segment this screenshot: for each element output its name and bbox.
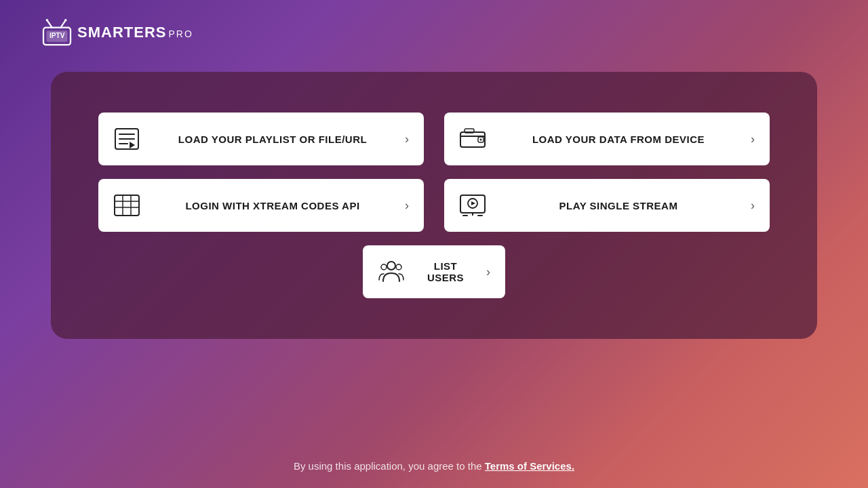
svg-point-27 (381, 264, 387, 270)
play-stream-button[interactable]: PLAY SINGLE STREAM › (444, 179, 770, 232)
list-users-label: LIST USERS (416, 260, 475, 283)
svg-line-0 (47, 20, 52, 28)
xtream-icon (113, 192, 140, 219)
load-playlist-chevron: › (405, 132, 409, 146)
login-xtream-label: LOGIN WITH XTREAM CODES API (151, 200, 394, 211)
login-xtream-chevron: › (405, 199, 409, 213)
list-users-chevron: › (486, 265, 490, 279)
play-stream-label: PLAY SINGLE STREAM (497, 200, 740, 211)
playlist-icon (113, 125, 140, 152)
load-device-button[interactable]: LOAD YOUR DATA FROM DEVICE › (444, 113, 770, 165)
svg-point-3 (64, 19, 67, 22)
svg-rect-17 (115, 195, 139, 216)
svg-point-26 (387, 262, 395, 270)
load-playlist-button[interactable]: LOAD YOUR PLAYLIST OR FILE/URL › (98, 113, 424, 165)
footer-text: By using this application, you agree to … (294, 460, 485, 472)
svg-point-14 (480, 139, 482, 141)
users-icon (378, 258, 405, 285)
svg-line-1 (60, 20, 65, 28)
svg-point-2 (46, 19, 49, 22)
device-icon (459, 125, 486, 152)
svg-marker-11 (130, 142, 135, 148)
button-row-1: LOAD YOUR PLAYLIST OR FILE/URL › LOAD YO… (98, 113, 770, 165)
load-device-label: LOAD YOUR DATA FROM DEVICE (497, 134, 740, 145)
svg-point-28 (396, 264, 401, 270)
login-xtream-button[interactable]: LOGIN WITH XTREAM CODES API › (98, 179, 424, 232)
list-users-button[interactable]: LIST USERS › (363, 245, 505, 298)
tv-logo-icon: IPTV (41, 19, 73, 46)
logo: IPTV SMARTERSPRO (41, 19, 193, 46)
play-stream-chevron: › (751, 199, 755, 213)
svg-marker-25 (471, 201, 475, 205)
load-playlist-label: LOAD YOUR PLAYLIST OR FILE/URL (151, 134, 394, 145)
terms-link[interactable]: Terms of Services. (485, 460, 574, 472)
svg-text:IPTV: IPTV (50, 32, 65, 39)
header: IPTV SMARTERSPRO (0, 0, 868, 65)
button-row-3: LIST USERS › (98, 245, 770, 298)
footer: By using this application, you agree to … (0, 460, 868, 472)
main-card: LOAD YOUR PLAYLIST OR FILE/URL › LOAD YO… (51, 72, 817, 339)
button-row-2: LOGIN WITH XTREAM CODES API › PLAY SINGL… (98, 179, 770, 232)
logo-brand-text: SMARTERSPRO (77, 24, 193, 41)
stream-icon (459, 192, 486, 219)
load-device-chevron: › (751, 132, 755, 146)
